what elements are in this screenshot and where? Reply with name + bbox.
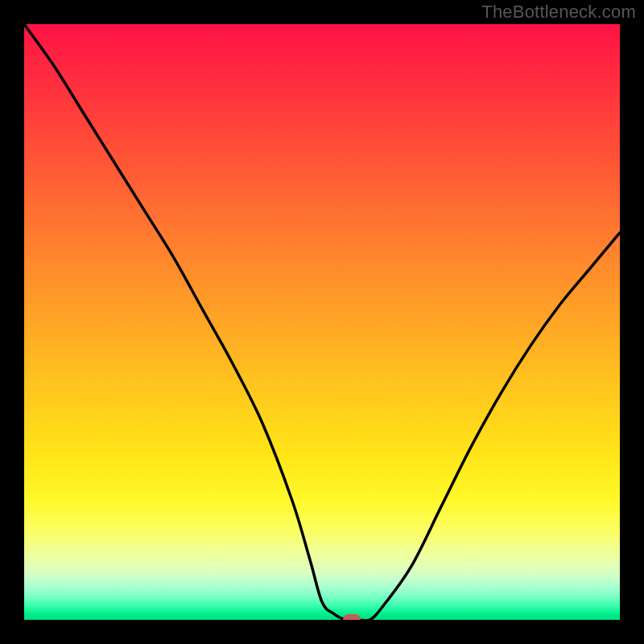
curve-path — [24, 24, 620, 620]
chart-frame: TheBottleneck.com — [0, 0, 644, 644]
plot-area — [24, 24, 620, 620]
optimal-point-marker — [343, 614, 361, 620]
watermark-text: TheBottleneck.com — [481, 2, 636, 23]
bottleneck-curve — [24, 24, 620, 620]
